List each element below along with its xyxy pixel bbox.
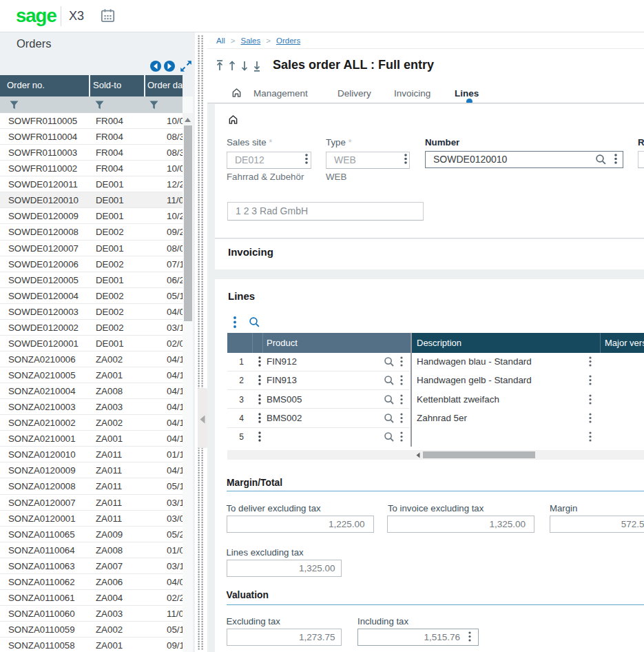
svg-text:sage: sage (16, 5, 56, 26)
